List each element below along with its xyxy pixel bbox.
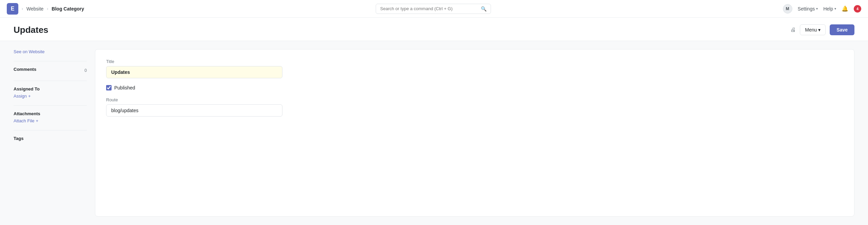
search-wrapper: 🔍 bbox=[87, 4, 780, 14]
search-icon: 🔍 bbox=[481, 6, 487, 12]
attach-plus-icon: + bbox=[36, 118, 38, 123]
comments-count: 0 bbox=[84, 68, 87, 73]
title-group: Title bbox=[106, 59, 843, 78]
title-input[interactable] bbox=[106, 66, 282, 78]
help-chevron-icon: ▾ bbox=[834, 7, 836, 11]
assign-label: Assign bbox=[14, 94, 27, 99]
sidebar-divider-2 bbox=[14, 81, 87, 81]
see-on-website-link[interactable]: See on Website bbox=[14, 49, 87, 54]
settings-menu[interactable]: Settings ▾ bbox=[798, 6, 818, 12]
breadcrumb-chevron-1: › bbox=[22, 6, 23, 11]
published-checkbox[interactable] bbox=[106, 85, 112, 90]
breadcrumb-chevron-2: › bbox=[47, 6, 48, 11]
avatar-letter: M bbox=[786, 6, 789, 11]
sidebar-divider-1 bbox=[14, 61, 87, 61]
search-container: 🔍 bbox=[376, 4, 491, 14]
route-label: Route bbox=[106, 97, 843, 102]
notification-badge[interactable]: 4 bbox=[854, 5, 861, 13]
sidebar-divider-3 bbox=[14, 105, 87, 106]
navbar: E › Website › Blog Category 🔍 M Settings… bbox=[0, 0, 868, 18]
nav-actions: M Settings ▾ Help ▾ 🔔 4 bbox=[783, 4, 861, 14]
settings-chevron-icon: ▾ bbox=[816, 7, 818, 11]
see-on-website-label: See on Website bbox=[14, 49, 45, 54]
sidebar-see-on-website: See on Website bbox=[14, 49, 87, 54]
title-label: Title bbox=[106, 59, 843, 64]
page-header: Updates 🖨 Menu ▾ Save bbox=[0, 18, 868, 41]
assigned-to-label: Assigned To bbox=[14, 86, 87, 91]
notifications-icon[interactable]: 🔔 bbox=[842, 5, 848, 12]
breadcrumb-website[interactable]: Website bbox=[26, 6, 43, 12]
help-menu[interactable]: Help ▾ bbox=[823, 6, 836, 12]
published-label[interactable]: Published bbox=[114, 85, 135, 90]
page-title: Updates bbox=[14, 25, 48, 35]
breadcrumb-blog-category: Blog Category bbox=[52, 6, 84, 12]
sidebar: See on Website Comments 0 Assigned To As… bbox=[14, 49, 95, 217]
header-actions: 🖨 Menu ▾ Save bbox=[790, 24, 854, 35]
route-input[interactable] bbox=[106, 104, 282, 117]
settings-label: Settings bbox=[798, 6, 815, 12]
sidebar-assigned-to: Assigned To Assign + bbox=[14, 86, 87, 99]
print-button[interactable]: 🖨 bbox=[790, 27, 796, 33]
menu-chevron-icon: ▾ bbox=[818, 27, 821, 33]
comments-label: Comments bbox=[14, 67, 36, 72]
save-button[interactable]: Save bbox=[830, 24, 854, 35]
menu-label: Menu bbox=[805, 27, 817, 33]
avatar[interactable]: M bbox=[783, 4, 792, 14]
route-group: Route bbox=[106, 97, 843, 117]
tags-label: Tags bbox=[14, 136, 87, 141]
attach-file-link[interactable]: Attach File + bbox=[14, 118, 87, 123]
menu-button[interactable]: Menu ▾ bbox=[800, 24, 826, 35]
assign-plus-icon: + bbox=[28, 94, 31, 99]
sidebar-tags: Tags bbox=[14, 136, 87, 141]
sidebar-attachments: Attachments Attach File + bbox=[14, 111, 87, 123]
assign-link[interactable]: Assign + bbox=[14, 94, 87, 99]
app-logo[interactable]: E bbox=[7, 3, 18, 15]
published-row: Published bbox=[106, 85, 843, 90]
sidebar-divider-4 bbox=[14, 130, 87, 130]
logo-letter: E bbox=[11, 6, 15, 12]
form-area: Title Published Route bbox=[95, 49, 854, 217]
main-content: See on Website Comments 0 Assigned To As… bbox=[0, 41, 868, 225]
attachments-label: Attachments bbox=[14, 111, 87, 116]
comments-row: Comments 0 bbox=[14, 67, 87, 74]
search-input[interactable] bbox=[380, 6, 478, 11]
help-label: Help bbox=[823, 6, 833, 12]
attach-file-label: Attach File bbox=[14, 118, 34, 123]
sidebar-comments: Comments 0 bbox=[14, 67, 87, 74]
